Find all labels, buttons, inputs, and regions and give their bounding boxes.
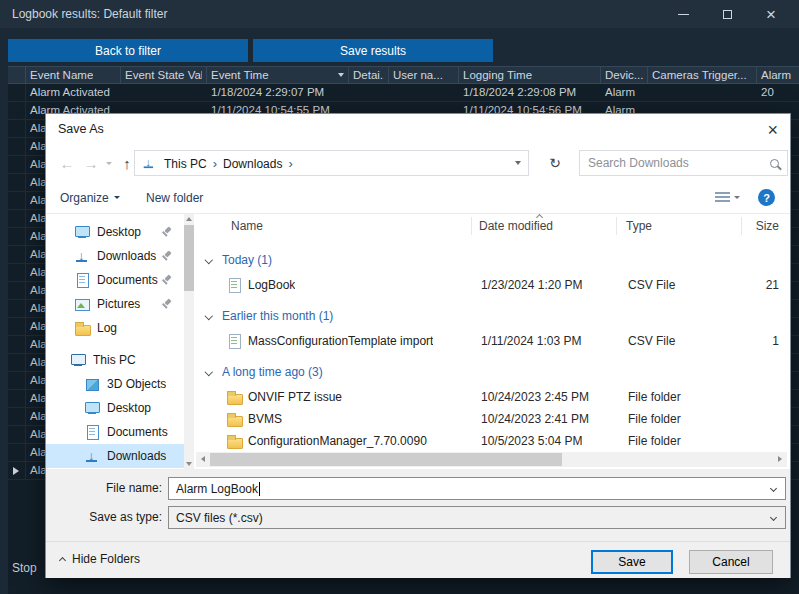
sidebar-item-desktop[interactable]: Desktop	[46, 396, 184, 420]
save-as-type-dropdown-icon[interactable]	[770, 514, 777, 521]
organize-button[interactable]: Organize	[60, 182, 120, 213]
horizontal-scrollbar-thumb[interactable]	[210, 453, 562, 466]
recent-locations-chevron-icon[interactable]	[106, 162, 112, 165]
logbook-row[interactable]: Alarm Activated1/18/2024 2:29:07 PM1/18/…	[8, 84, 799, 102]
row-gutter	[8, 390, 26, 407]
file-name-input[interactable]: Alarm LogBook	[168, 477, 786, 500]
refresh-icon[interactable]	[542, 150, 568, 176]
row-gutter	[8, 444, 26, 461]
scroll-down-icon[interactable]	[186, 462, 192, 466]
file-type: File folder	[628, 390, 681, 404]
column-header[interactable]: User na...	[389, 67, 459, 83]
app-title: Logbook results: Default filter	[12, 7, 167, 21]
scroll-left-icon[interactable]	[201, 456, 205, 462]
column-header[interactable]: Logging Time	[459, 67, 601, 83]
sidebar-item-label: Documents	[97, 273, 158, 287]
column-header[interactable]: Event Name	[26, 67, 121, 83]
list-column-header-name[interactable]: Name	[231, 219, 263, 233]
scroll-right-icon[interactable]	[778, 456, 782, 462]
column-header[interactable]: Detai...	[349, 67, 389, 83]
list-column-header-date-modified[interactable]: Date modified	[479, 219, 553, 233]
list-column-header-size[interactable]: Size	[709, 219, 779, 233]
column-separator	[616, 217, 617, 235]
save-results-button[interactable]: Save results	[253, 39, 493, 62]
row-gutter	[8, 156, 26, 173]
file-type: CSV File	[628, 278, 675, 292]
file-date-modified: 10/24/2023 2:45 PM	[481, 390, 589, 404]
list-group-header[interactable]: A long time ago (3)	[196, 360, 789, 386]
sidebar-item-downloads[interactable]: Downloads	[46, 244, 184, 268]
list-view-icon	[715, 191, 730, 204]
dialog-titlebar[interactable]: Save As	[46, 114, 790, 144]
sidebar-item-this-pc[interactable]: This PC	[46, 348, 184, 372]
sidebar-item-pictures[interactable]: Pictures	[46, 292, 184, 316]
file-row[interactable]: MassConfigurationTemplate import1/11/202…	[196, 330, 789, 352]
file-name-dropdown-icon[interactable]	[770, 485, 777, 492]
breadcrumb-item[interactable]: This PC	[158, 157, 213, 171]
close-icon[interactable]	[749, 0, 793, 28]
dialog-close-icon[interactable]	[767, 120, 778, 141]
document-icon	[74, 272, 90, 288]
address-bar[interactable]: This PCDownloads	[134, 150, 529, 176]
sidebar-scrollbar[interactable]	[184, 214, 194, 469]
hide-folders-button[interactable]: Hide Folders	[60, 552, 140, 566]
help-icon[interactable]	[758, 189, 775, 206]
breadcrumb-item[interactable]: Downloads	[217, 157, 288, 171]
column-header[interactable]: Devic...	[601, 67, 648, 83]
address-dropdown-icon[interactable]	[515, 161, 521, 165]
sidebar-item-desktop[interactable]: Desktop	[46, 220, 184, 244]
column-header[interactable]: Event State Val..	[121, 67, 207, 83]
back-to-filter-button[interactable]: Back to filter	[8, 39, 248, 62]
breadcrumb-separator-icon[interactable]	[288, 156, 292, 171]
list-group-header[interactable]: Earlier this month (1)	[196, 304, 789, 330]
file-row[interactable]: ConfigurationManager_7.70.009010/5/2023 …	[196, 430, 789, 452]
hide-folders-label: Hide Folders	[72, 552, 140, 566]
sidebar-item-downloads[interactable]: Downloads	[46, 444, 184, 468]
chevron-down-icon	[734, 196, 740, 199]
sidebar-item-log[interactable]: Log	[46, 316, 184, 340]
maximize-icon[interactable]	[705, 0, 749, 28]
chevron-down-icon	[114, 196, 120, 199]
scroll-up-icon[interactable]	[186, 217, 192, 221]
app-titlebar[interactable]: Logbook results: Default filter	[0, 0, 799, 28]
dialog-command-bar: Organize New folder	[46, 182, 790, 214]
new-folder-button[interactable]: New folder	[146, 182, 203, 213]
sidebar-item-documents[interactable]: Documents	[46, 420, 184, 444]
cancel-button[interactable]: Cancel	[689, 550, 773, 574]
row-gutter	[8, 264, 26, 281]
column-header-label: Detai...	[353, 69, 384, 81]
back-icon[interactable]	[56, 144, 78, 182]
text-caret	[259, 482, 260, 496]
file-row[interactable]: ONVIF PTZ issue10/24/2023 2:45 PMFile fo…	[196, 386, 789, 408]
file-name-value: Alarm LogBook	[176, 482, 258, 496]
pin-icon	[161, 299, 172, 310]
list-column-header-type[interactable]: Type	[626, 219, 652, 233]
file-row[interactable]: LogBook1/23/2024 1:20 PMCSV File21	[196, 274, 789, 296]
file-name-row: File name: Alarm LogBook	[46, 477, 790, 500]
row-gutter	[8, 84, 26, 101]
search-input[interactable]	[588, 156, 764, 170]
change-view-button[interactable]	[715, 182, 740, 213]
sidebar-item-label: Log	[97, 321, 117, 335]
current-folder-icon	[142, 156, 156, 170]
folder-icon	[226, 389, 242, 405]
minimize-icon[interactable]	[661, 0, 705, 28]
save-as-type-select[interactable]: CSV files (*.csv)	[168, 506, 786, 529]
sidebar-item-label: Desktop	[107, 401, 151, 415]
list-group-header[interactable]: Today (1)	[196, 248, 789, 274]
file-row[interactable]: BVMS10/24/2023 2:41 PMFile folder	[196, 408, 789, 430]
horizontal-scrollbar[interactable]	[196, 452, 787, 467]
row-gutter	[8, 462, 26, 479]
search-box[interactable]	[579, 150, 788, 176]
column-separator	[471, 217, 472, 235]
sidebar-scrollbar-thumb[interactable]	[184, 225, 194, 291]
column-header[interactable]: Alarm	[757, 67, 799, 83]
column-header[interactable]: Event Time	[207, 67, 349, 83]
save-button[interactable]: Save	[591, 550, 673, 574]
sidebar-item-documents[interactable]: Documents	[46, 268, 184, 292]
column-header[interactable]: Cameras Trigger...	[648, 67, 757, 83]
file-type: File folder	[628, 434, 681, 448]
sidebar-item-3d-objects[interactable]: 3D Objects	[46, 372, 184, 396]
row-gutter	[8, 210, 26, 227]
forward-icon[interactable]	[80, 144, 102, 182]
